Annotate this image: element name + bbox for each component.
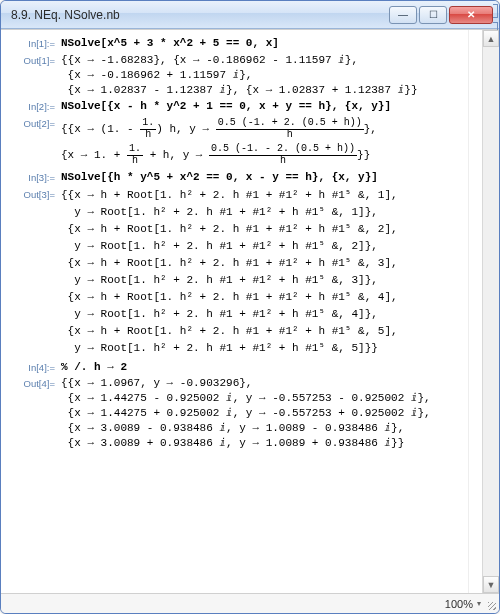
cell-label-out1: Out[1]= — [7, 53, 61, 68]
vertical-scrollbar[interactable]: ▲ ▼ — [482, 30, 499, 593]
cell-out4[interactable]: {{x → 1.0967, y → -0.903296}, {x → 1.442… — [61, 376, 468, 450]
cell-in3[interactable]: NSolve[{h * y^5 + x^2 == 0, x - y == h},… — [61, 170, 468, 185]
fraction: 0.5 (-1. - 2. (0.5 + h))h — [209, 144, 357, 166]
notebook-body[interactable]: In[1]:= NSolve[x^5 + 3 * x^2 + 5 == 0, x… — [1, 30, 468, 593]
cell-in1[interactable]: NSolve[x^5 + 3 * x^2 + 5 == 0, x] — [61, 36, 468, 51]
cell-label-in3: In[3]:= — [7, 170, 61, 185]
client-area: In[1]:= NSolve[x^5 + 3 * x^2 + 5 == 0, x… — [1, 29, 499, 613]
window-buttons: — ☐ ✕ — [389, 6, 493, 24]
status-bar: 100% ▾ — [1, 593, 499, 613]
cell-label-out2: Out[2]= — [7, 116, 61, 131]
cell-out1[interactable]: {{x → -1.68283}, {x → -0.186962 - 1.1159… — [61, 53, 468, 98]
cell-out2[interactable]: {{x → (1. - 1.h) h, y → 0.5 (-1. + 2. (0… — [61, 116, 468, 168]
minimize-button[interactable]: — — [389, 6, 417, 24]
fraction: 1.h — [140, 118, 156, 140]
scroll-down-icon[interactable]: ▼ — [483, 576, 499, 593]
fraction: 0.5 (-1. + 2. (0.5 + h))h — [216, 118, 364, 140]
cell-in2[interactable]: NSolve[{x - h * y^2 + 1 == 0, x + y == h… — [61, 99, 468, 114]
cell-bracket-column[interactable] — [468, 30, 482, 593]
zoom-dropdown-icon[interactable]: ▾ — [477, 599, 481, 608]
cell-out3[interactable]: {{x → h + Root[1. h² + 2. h #1 + #1² + h… — [61, 187, 468, 357]
cell-bracket[interactable] — [493, 4, 498, 18]
notebook-window: 8.9. NEq. NSolve.nb — ☐ ✕ In[1]:= NSolve… — [0, 0, 500, 614]
cell-label-in2: In[2]:= — [7, 99, 61, 114]
window-title: 8.9. NEq. NSolve.nb — [11, 8, 389, 22]
cell-label-in4: In[4]:= — [7, 360, 61, 375]
notebook-wrap: In[1]:= NSolve[x^5 + 3 * x^2 + 5 == 0, x… — [1, 29, 499, 593]
cell-label-out4: Out[4]= — [7, 376, 61, 391]
zoom-level[interactable]: 100% — [445, 598, 473, 610]
cell-in4[interactable]: % /. h → 2 — [61, 360, 468, 375]
scroll-up-icon[interactable]: ▲ — [483, 30, 499, 47]
cell-label-out3: Out[3]= — [7, 187, 61, 202]
titlebar[interactable]: 8.9. NEq. NSolve.nb — ☐ ✕ — [1, 1, 499, 29]
cell-label-in1: In[1]:= — [7, 36, 61, 51]
maximize-button[interactable]: ☐ — [419, 6, 447, 24]
fraction: 1.h — [127, 144, 143, 166]
close-button[interactable]: ✕ — [449, 6, 493, 24]
